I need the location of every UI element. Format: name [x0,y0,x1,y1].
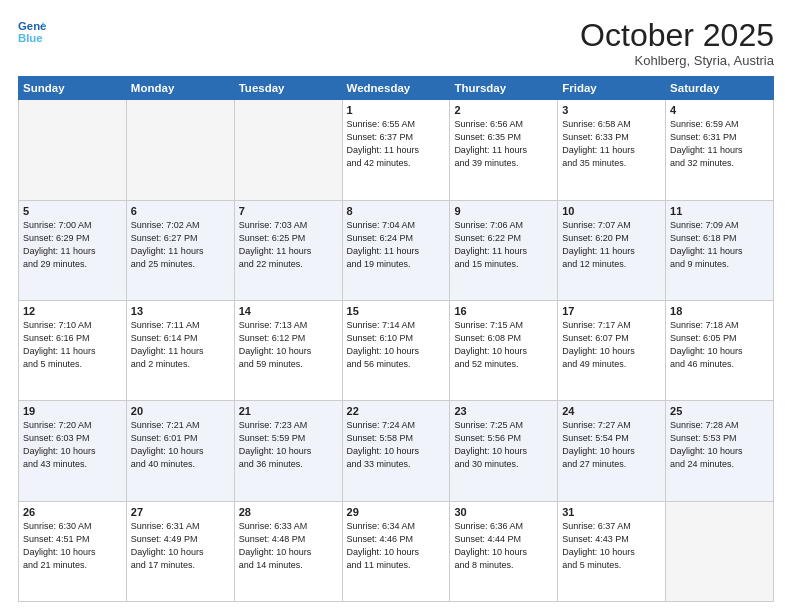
table-row: 31Sunrise: 6:37 AM Sunset: 4:43 PM Dayli… [558,501,666,601]
day-info: Sunrise: 7:11 AM Sunset: 6:14 PM Dayligh… [131,319,230,371]
day-info: Sunrise: 7:17 AM Sunset: 6:07 PM Dayligh… [562,319,661,371]
day-number: 23 [454,405,553,417]
table-row: 13Sunrise: 7:11 AM Sunset: 6:14 PM Dayli… [126,300,234,400]
day-info: Sunrise: 6:56 AM Sunset: 6:35 PM Dayligh… [454,118,553,170]
table-row: 12Sunrise: 7:10 AM Sunset: 6:16 PM Dayli… [19,300,127,400]
day-info: Sunrise: 6:58 AM Sunset: 6:33 PM Dayligh… [562,118,661,170]
day-number: 19 [23,405,122,417]
calendar-week-row: 19Sunrise: 7:20 AM Sunset: 6:03 PM Dayli… [19,401,774,501]
day-number: 29 [347,506,446,518]
table-row: 6Sunrise: 7:02 AM Sunset: 6:27 PM Daylig… [126,200,234,300]
day-number: 2 [454,104,553,116]
day-number: 9 [454,205,553,217]
table-row [666,501,774,601]
day-info: Sunrise: 7:25 AM Sunset: 5:56 PM Dayligh… [454,419,553,471]
col-saturday: Saturday [666,77,774,100]
col-friday: Friday [558,77,666,100]
day-info: Sunrise: 7:04 AM Sunset: 6:24 PM Dayligh… [347,219,446,271]
table-row: 16Sunrise: 7:15 AM Sunset: 6:08 PM Dayli… [450,300,558,400]
table-row [19,100,127,200]
day-info: Sunrise: 7:13 AM Sunset: 6:12 PM Dayligh… [239,319,338,371]
calendar-week-row: 1Sunrise: 6:55 AM Sunset: 6:37 PM Daylig… [19,100,774,200]
day-info: Sunrise: 7:06 AM Sunset: 6:22 PM Dayligh… [454,219,553,271]
title-block: October 2025 Kohlberg, Styria, Austria [580,18,774,68]
day-info: Sunrise: 7:02 AM Sunset: 6:27 PM Dayligh… [131,219,230,271]
table-row: 18Sunrise: 7:18 AM Sunset: 6:05 PM Dayli… [666,300,774,400]
day-info: Sunrise: 6:30 AM Sunset: 4:51 PM Dayligh… [23,520,122,572]
day-number: 12 [23,305,122,317]
col-wednesday: Wednesday [342,77,450,100]
table-row [234,100,342,200]
calendar-header-row: Sunday Monday Tuesday Wednesday Thursday… [19,77,774,100]
day-number: 16 [454,305,553,317]
table-row [126,100,234,200]
day-info: Sunrise: 7:18 AM Sunset: 6:05 PM Dayligh… [670,319,769,371]
day-number: 26 [23,506,122,518]
day-info: Sunrise: 6:31 AM Sunset: 4:49 PM Dayligh… [131,520,230,572]
day-number: 10 [562,205,661,217]
table-row: 29Sunrise: 6:34 AM Sunset: 4:46 PM Dayli… [342,501,450,601]
day-info: Sunrise: 7:10 AM Sunset: 6:16 PM Dayligh… [23,319,122,371]
logo: General Blue [18,18,46,46]
day-number: 5 [23,205,122,217]
day-info: Sunrise: 7:00 AM Sunset: 6:29 PM Dayligh… [23,219,122,271]
day-number: 7 [239,205,338,217]
day-info: Sunrise: 7:28 AM Sunset: 5:53 PM Dayligh… [670,419,769,471]
day-info: Sunrise: 7:07 AM Sunset: 6:20 PM Dayligh… [562,219,661,271]
day-number: 18 [670,305,769,317]
logo-icon: General Blue [18,18,46,46]
table-row: 5Sunrise: 7:00 AM Sunset: 6:29 PM Daylig… [19,200,127,300]
col-tuesday: Tuesday [234,77,342,100]
day-info: Sunrise: 7:15 AM Sunset: 6:08 PM Dayligh… [454,319,553,371]
day-info: Sunrise: 6:55 AM Sunset: 6:37 PM Dayligh… [347,118,446,170]
day-number: 15 [347,305,446,317]
day-number: 20 [131,405,230,417]
day-number: 6 [131,205,230,217]
calendar-week-row: 5Sunrise: 7:00 AM Sunset: 6:29 PM Daylig… [19,200,774,300]
day-number: 4 [670,104,769,116]
table-row: 23Sunrise: 7:25 AM Sunset: 5:56 PM Dayli… [450,401,558,501]
table-row: 1Sunrise: 6:55 AM Sunset: 6:37 PM Daylig… [342,100,450,200]
table-row: 3Sunrise: 6:58 AM Sunset: 6:33 PM Daylig… [558,100,666,200]
day-info: Sunrise: 6:36 AM Sunset: 4:44 PM Dayligh… [454,520,553,572]
day-number: 25 [670,405,769,417]
day-number: 8 [347,205,446,217]
page: General Blue October 2025 Kohlberg, Styr… [0,0,792,612]
table-row: 11Sunrise: 7:09 AM Sunset: 6:18 PM Dayli… [666,200,774,300]
header: General Blue October 2025 Kohlberg, Styr… [18,18,774,68]
location-subtitle: Kohlberg, Styria, Austria [580,53,774,68]
day-number: 24 [562,405,661,417]
day-info: Sunrise: 7:21 AM Sunset: 6:01 PM Dayligh… [131,419,230,471]
day-info: Sunrise: 7:20 AM Sunset: 6:03 PM Dayligh… [23,419,122,471]
table-row: 21Sunrise: 7:23 AM Sunset: 5:59 PM Dayli… [234,401,342,501]
table-row: 17Sunrise: 7:17 AM Sunset: 6:07 PM Dayli… [558,300,666,400]
day-info: Sunrise: 7:14 AM Sunset: 6:10 PM Dayligh… [347,319,446,371]
table-row: 26Sunrise: 6:30 AM Sunset: 4:51 PM Dayli… [19,501,127,601]
table-row: 20Sunrise: 7:21 AM Sunset: 6:01 PM Dayli… [126,401,234,501]
table-row: 22Sunrise: 7:24 AM Sunset: 5:58 PM Dayli… [342,401,450,501]
table-row: 27Sunrise: 6:31 AM Sunset: 4:49 PM Dayli… [126,501,234,601]
day-number: 27 [131,506,230,518]
calendar-week-row: 26Sunrise: 6:30 AM Sunset: 4:51 PM Dayli… [19,501,774,601]
day-number: 1 [347,104,446,116]
day-number: 30 [454,506,553,518]
table-row: 8Sunrise: 7:04 AM Sunset: 6:24 PM Daylig… [342,200,450,300]
table-row: 24Sunrise: 7:27 AM Sunset: 5:54 PM Dayli… [558,401,666,501]
day-number: 3 [562,104,661,116]
col-sunday: Sunday [19,77,127,100]
svg-text:Blue: Blue [18,32,43,44]
table-row: 25Sunrise: 7:28 AM Sunset: 5:53 PM Dayli… [666,401,774,501]
day-info: Sunrise: 7:09 AM Sunset: 6:18 PM Dayligh… [670,219,769,271]
table-row: 10Sunrise: 7:07 AM Sunset: 6:20 PM Dayli… [558,200,666,300]
day-info: Sunrise: 6:33 AM Sunset: 4:48 PM Dayligh… [239,520,338,572]
day-number: 28 [239,506,338,518]
svg-text:General: General [18,20,46,32]
col-monday: Monday [126,77,234,100]
day-info: Sunrise: 7:03 AM Sunset: 6:25 PM Dayligh… [239,219,338,271]
day-info: Sunrise: 7:23 AM Sunset: 5:59 PM Dayligh… [239,419,338,471]
day-number: 31 [562,506,661,518]
day-info: Sunrise: 6:59 AM Sunset: 6:31 PM Dayligh… [670,118,769,170]
table-row: 4Sunrise: 6:59 AM Sunset: 6:31 PM Daylig… [666,100,774,200]
table-row: 9Sunrise: 7:06 AM Sunset: 6:22 PM Daylig… [450,200,558,300]
table-row: 14Sunrise: 7:13 AM Sunset: 6:12 PM Dayli… [234,300,342,400]
